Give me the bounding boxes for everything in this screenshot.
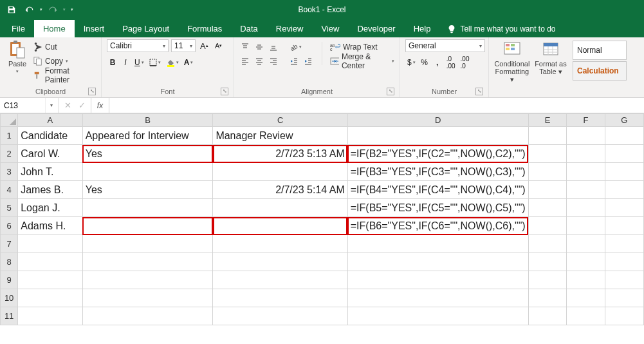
cell[interactable] xyxy=(347,307,528,325)
align-left-button[interactable] xyxy=(239,55,251,68)
row-header[interactable]: 1 xyxy=(1,127,18,145)
style-normal[interactable]: Normal xyxy=(573,41,627,60)
save-button[interactable] xyxy=(4,3,19,17)
tab-file[interactable]: File xyxy=(3,20,34,37)
cell[interactable] xyxy=(82,307,213,325)
dialog-launcher-icon[interactable]: ⤡ xyxy=(387,88,394,95)
cell[interactable] xyxy=(567,253,605,271)
row-header[interactable]: 10 xyxy=(1,289,18,307)
column-header[interactable]: A xyxy=(18,114,82,127)
number-format-combo[interactable]: General▾ xyxy=(405,39,485,52)
cell[interactable]: =IF(B3="YES",IF(C3="",NOW(),C3),"") xyxy=(347,163,528,181)
cell[interactable] xyxy=(347,253,528,271)
comma-format-button[interactable]: , xyxy=(432,56,443,69)
cell[interactable] xyxy=(18,271,82,289)
align-right-button[interactable] xyxy=(268,55,279,68)
font-name-combo[interactable]: Calibri▾ xyxy=(107,39,169,52)
cell[interactable] xyxy=(213,217,347,235)
dialog-launcher-icon[interactable]: ⤡ xyxy=(475,88,483,95)
cut-button[interactable]: Cut xyxy=(33,41,96,53)
cell[interactable]: Yes xyxy=(82,181,213,199)
cell[interactable] xyxy=(82,199,213,217)
undo-dropdown-icon[interactable]: ▾ xyxy=(40,7,42,12)
cell[interactable] xyxy=(567,127,605,145)
tab-insert[interactable]: Insert xyxy=(75,20,114,37)
align-top-button[interactable] xyxy=(239,41,251,53)
cell[interactable] xyxy=(528,163,567,181)
cell[interactable] xyxy=(605,145,643,163)
cell[interactable] xyxy=(82,253,213,271)
borders-button[interactable] xyxy=(147,56,163,69)
cell[interactable] xyxy=(605,271,643,289)
cell[interactable] xyxy=(528,199,567,217)
tab-view[interactable]: View xyxy=(312,20,348,37)
cell[interactable] xyxy=(528,127,567,145)
fx-icon[interactable]: fx xyxy=(91,98,109,113)
fill-color-button[interactable] xyxy=(164,56,181,69)
tab-page-layout[interactable]: Page Layout xyxy=(113,20,178,37)
tab-review[interactable]: Review xyxy=(267,20,313,37)
cancel-formula-button[interactable]: ✕ xyxy=(61,100,75,110)
cell[interactable] xyxy=(347,289,528,307)
format-as-table-button[interactable]: Format as Table ▾ xyxy=(534,39,567,83)
column-header[interactable]: G xyxy=(605,114,643,127)
cell[interactable]: =IF(B6="YES",IF(C6="",NOW(),C6),"") xyxy=(347,217,528,235)
column-header[interactable]: C xyxy=(213,114,347,127)
merge-center-button[interactable]: Merge & Center ▾ xyxy=(330,55,394,68)
dialog-launcher-icon[interactable]: ⤡ xyxy=(88,88,96,95)
decrease-font-button[interactable]: A▾ xyxy=(213,39,225,52)
cell[interactable] xyxy=(567,199,605,217)
cell[interactable] xyxy=(213,163,347,181)
row-header[interactable]: 9 xyxy=(1,271,18,289)
name-box[interactable]: ▾ xyxy=(0,98,59,113)
cell[interactable] xyxy=(567,181,605,199)
cell[interactable] xyxy=(605,181,643,199)
cell[interactable] xyxy=(567,289,605,307)
column-header[interactable]: D xyxy=(347,114,528,127)
cell[interactable] xyxy=(347,271,528,289)
row-header[interactable]: 11 xyxy=(1,307,18,325)
undo-button[interactable] xyxy=(22,3,37,17)
cell[interactable]: James B. xyxy=(18,181,82,199)
cell[interactable] xyxy=(347,127,528,145)
redo-dropdown-icon[interactable]: ▾ xyxy=(63,7,66,12)
align-middle-button[interactable] xyxy=(253,41,265,53)
cell[interactable] xyxy=(605,307,643,325)
cell[interactable] xyxy=(213,235,347,253)
increase-decimal-button[interactable]: .0.00 xyxy=(445,56,457,69)
dialog-launcher-icon[interactable]: ⤡ xyxy=(221,88,228,95)
cell[interactable] xyxy=(567,217,605,235)
cell[interactable] xyxy=(528,253,567,271)
cell[interactable] xyxy=(567,145,605,163)
row-header[interactable]: 7 xyxy=(1,235,18,253)
select-all-button[interactable] xyxy=(1,114,18,127)
italic-button[interactable]: I xyxy=(120,56,131,69)
tab-help[interactable]: Help xyxy=(405,20,440,37)
font-color-button[interactable]: A xyxy=(182,56,196,69)
align-center-button[interactable] xyxy=(253,55,265,68)
row-header[interactable]: 3 xyxy=(1,163,18,181)
tell-me[interactable]: Tell me what you want to do xyxy=(439,21,563,37)
cell[interactable] xyxy=(567,235,605,253)
cell[interactable] xyxy=(605,163,643,181)
decrease-indent-button[interactable] xyxy=(288,55,300,68)
cell[interactable] xyxy=(528,181,567,199)
cell[interactable]: 2/7/23 5:13 AM xyxy=(213,145,347,163)
cell[interactable] xyxy=(528,145,567,163)
increase-font-button[interactable]: A▴ xyxy=(198,39,210,52)
tab-data[interactable]: Data xyxy=(231,20,266,37)
paste-button[interactable]: Paste ▾ xyxy=(5,39,30,82)
cell[interactable]: Carol W. xyxy=(18,145,82,163)
cell[interactable]: =IF(B5="YES",IF(C5="",NOW(),C5),"") xyxy=(347,199,528,217)
cell[interactable]: Yes xyxy=(82,145,213,163)
row-header[interactable]: 5 xyxy=(1,199,18,217)
font-size-combo[interactable]: 11▾ xyxy=(171,39,196,52)
style-calculation[interactable]: Calculation xyxy=(573,61,627,81)
align-bottom-button[interactable] xyxy=(268,41,279,53)
cell[interactable] xyxy=(82,217,213,235)
cell[interactable] xyxy=(18,235,82,253)
cell[interactable] xyxy=(567,307,605,325)
cell[interactable] xyxy=(528,235,567,253)
cell[interactable] xyxy=(528,217,567,235)
increase-indent-button[interactable] xyxy=(302,55,314,68)
